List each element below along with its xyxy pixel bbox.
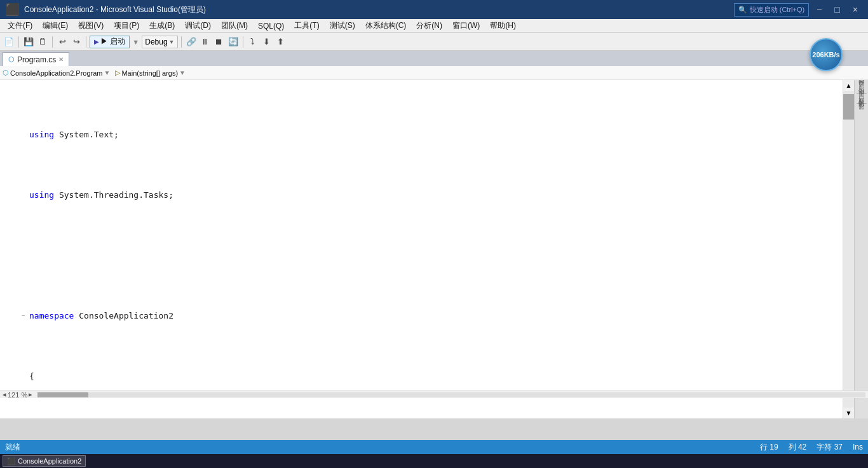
panel-divider-2: [857, 103, 867, 104]
status-line: 行 19: [760, 442, 778, 453]
status-ready: 就绪: [5, 442, 20, 453]
toolbar-arrow: ▼: [131, 38, 140, 46]
debug-label: Debug: [145, 38, 167, 46]
menu-item-b[interactable]: 生成(B): [144, 19, 180, 32]
panel-icon-12: 试: [857, 111, 865, 113]
nav-method-dropdown[interactable]: ▷ Main(string[] args) ▼: [115, 69, 186, 77]
panel-icon-3: 引: [857, 86, 865, 88]
h-scroll-thumb[interactable]: [37, 392, 88, 397]
horizontal-scrollbar[interactable]: ◂ 121 % ▸: [0, 390, 868, 398]
zoom-decrease-button[interactable]: ◂: [3, 390, 6, 399]
menu-item-m[interactable]: 团队(M): [216, 19, 253, 32]
stop-icon[interactable]: ⏹: [213, 36, 226, 48]
panel-divider: [857, 93, 867, 94]
menu-item-c[interactable]: 体系结构(C): [360, 19, 412, 32]
nav-path-dropdown[interactable]: ⬡ ConsoleApplication2.Program ▼: [3, 69, 110, 77]
scroll-down-button[interactable]: ▼: [844, 408, 854, 418]
title-bar-controls: 🔍 快速启动 (Ctrl+Q) − □ ×: [734, 3, 863, 17]
menu-item-sqlq[interactable]: SQL(Q): [253, 20, 289, 32]
search-placeholder: 快速启动 (Ctrl+Q): [750, 5, 804, 15]
nav-method-text: Main(string[] args): [121, 69, 178, 77]
panel-icon-13: 器: [857, 113, 865, 114]
code-editor[interactable]: using System.Text; using System.Threadin…: [0, 80, 843, 418]
step-out-icon[interactable]: ⬆: [275, 36, 287, 48]
code-line-3: [0, 249, 843, 261]
code-line-5: {: [0, 370, 843, 382]
scroll-up-button[interactable]: ▲: [844, 80, 854, 91]
vertical-scrollbar[interactable]: ▲ ▼: [843, 80, 854, 418]
nav-path-arrow: ▼: [104, 69, 111, 76]
toolbar: 📄 💾 🗒 ↩ ↪ ▶ ▶ 启动 ▼ Debug ▼ 🔗 ⏸ ⏹ 🔄 ⤵ ⬇ ⬆: [0, 33, 868, 51]
menu-item-d[interactable]: 调试(D): [180, 19, 216, 32]
scroll-track[interactable]: [843, 91, 854, 408]
status-char: 字符 37: [817, 442, 843, 453]
zoom-control[interactable]: ◂ 121 % ▸: [0, 390, 35, 399]
zoom-increase-button[interactable]: ▸: [29, 390, 32, 399]
step-over-icon[interactable]: ⤵: [247, 36, 259, 48]
scroll-thumb[interactable]: [843, 94, 854, 120]
menu-item-v[interactable]: 视图(V): [73, 19, 109, 32]
main-editor-area: using System.Text; using System.Threadin…: [0, 80, 868, 418]
nav-bar: ⬡ ConsoleApplication2.Program ▼ ▷ Main(s…: [0, 66, 868, 80]
panel-icon-2: 沟: [857, 85, 865, 86]
debug-selector[interactable]: Debug ▼: [142, 36, 177, 48]
code-text: using System.Text;: [29, 128, 119, 141]
new-file-icon[interactable]: 📄: [3, 36, 15, 48]
program-cs-tab[interactable]: ⬡ Program.cs ✕: [3, 52, 69, 66]
menu-item-p[interactable]: 项目(P): [109, 19, 144, 32]
panel-icon-11: 调: [857, 109, 865, 111]
zoom-level: 121 %: [8, 391, 27, 399]
redo-icon[interactable]: ↪: [70, 36, 83, 48]
panel-icon-4: 问: [857, 88, 865, 90]
nav-path-text: ConsoleApplication2.Program: [10, 69, 103, 77]
panel-icon-5: 题: [857, 90, 865, 92]
panel-icon-7: 略: [857, 98, 865, 99]
nav-path-icon: ⬡: [3, 69, 9, 77]
save-icon[interactable]: 💾: [22, 36, 35, 48]
panel-icon-9: 回: [857, 106, 865, 107]
taskbar-vs-item[interactable]: ⬛ ConsoleApplication2: [3, 455, 86, 467]
menu-item-t[interactable]: 工具(T): [289, 19, 324, 32]
code-line-1: using System.Text;: [0, 128, 843, 141]
toolbar-separator: [18, 36, 19, 48]
quick-launch-search[interactable]: 🔍 快速启动 (Ctrl+Q): [734, 3, 809, 17]
restart-icon[interactable]: 🔄: [227, 36, 240, 48]
undo-icon[interactable]: ↩: [56, 36, 69, 48]
close-button[interactable]: ×: [848, 3, 863, 16]
network-badge: 206KB/s: [810, 38, 843, 71]
tab-close-icon[interactable]: ✕: [58, 56, 64, 63]
panel-icon-6: 缩: [857, 96, 865, 97]
start-button[interactable]: ▶ ▶ 启动: [90, 36, 130, 48]
tab-filename: Program.cs: [17, 55, 56, 64]
code-text: [29, 249, 34, 261]
attach-icon[interactable]: 🔗: [185, 36, 198, 48]
minimize-button[interactable]: −: [811, 3, 827, 16]
h-scroll-track[interactable]: [37, 392, 865, 397]
tab-bar: ⬡ Program.cs ✕: [0, 51, 868, 66]
start-label: ▶ 启动: [100, 36, 125, 47]
toolbar-separator-4: [181, 36, 182, 48]
toolbar-separator-5: [243, 36, 243, 48]
menu-bar: 文件(F)编辑(E)视图(V)项目(P)生成(B)调试(D)团队(M)SQL(Q…: [0, 19, 868, 33]
menu-item-e[interactable]: 编辑(E): [37, 19, 73, 32]
maximize-button[interactable]: □: [829, 3, 844, 16]
taskbar-vs-label: ConsoleApplication2: [18, 457, 81, 465]
collapse-ns-icon[interactable]: −: [22, 310, 29, 322]
title-bar: ⬛ ConsoleApplication2 - Microsoft Visual…: [0, 0, 868, 19]
taskbar-vs-icon: ⬛: [7, 457, 16, 465]
menu-item-s[interactable]: 测试(S): [325, 19, 360, 32]
panel-icon-1: 测: [857, 83, 865, 84]
title-bar-left: ⬛ ConsoleApplication2 - Microsoft Visual…: [5, 3, 206, 17]
save-all-icon[interactable]: 🗒: [36, 36, 49, 48]
right-panel: 测 沟 引 问 题 缩 略 图 回 显 调 试 器: [854, 80, 868, 418]
code-text: {: [29, 370, 34, 382]
step-into-icon[interactable]: ⬇: [261, 36, 273, 48]
pause-icon[interactable]: ⏸: [199, 36, 212, 48]
nav-method-arrow: ▼: [179, 69, 186, 76]
menu-item-f[interactable]: 文件(F): [3, 19, 37, 32]
menu-item-n[interactable]: 分析(N): [411, 19, 447, 32]
taskbar: ⬛ ConsoleApplication2: [0, 454, 868, 468]
play-icon: ▶: [94, 38, 99, 45]
menu-item-h[interactable]: 帮助(H): [485, 19, 521, 32]
menu-item-w[interactable]: 窗口(W): [447, 19, 485, 32]
